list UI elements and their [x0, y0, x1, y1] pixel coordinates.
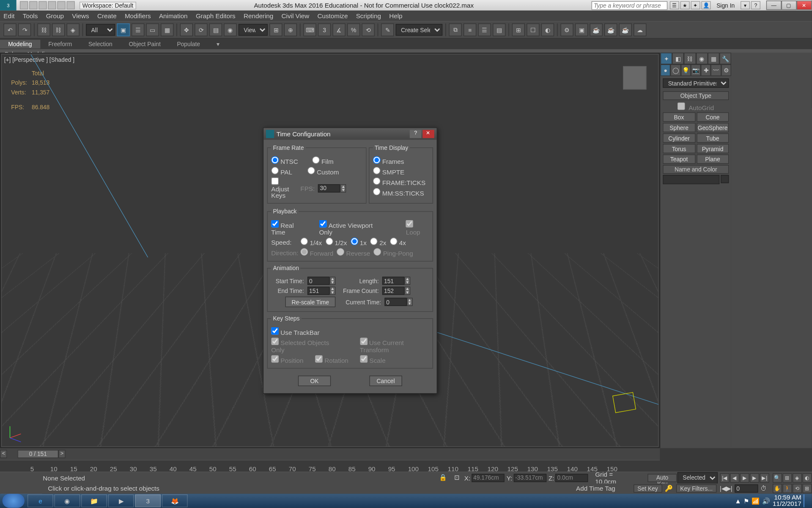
start-time-spinner[interactable]: [307, 277, 330, 285]
help-icon[interactable]: ?: [751, 1, 760, 9]
shapes-tab-icon[interactable]: ◯: [671, 64, 681, 76]
x-coord-input[interactable]: [472, 474, 504, 482]
auto-key-button[interactable]: Auto Key: [648, 474, 677, 482]
toggle-ribbon-icon[interactable]: ▤: [493, 23, 505, 36]
speed-2x-radio[interactable]: 2x: [370, 237, 386, 246]
tab-object-paint[interactable]: Object Paint: [121, 39, 169, 48]
tray-network-icon[interactable]: 📶: [752, 497, 760, 505]
view-cube[interactable]: [623, 66, 646, 89]
cameras-tab-icon[interactable]: 📷: [691, 64, 701, 76]
curve-editor-icon[interactable]: ⊞: [512, 23, 525, 36]
tray-icon[interactable]: ▲: [735, 497, 741, 505]
tab-populate[interactable]: Populate: [169, 39, 208, 48]
rescale-time-button[interactable]: Re-scale Time: [285, 297, 335, 307]
create-tab-icon[interactable]: ✦: [661, 52, 672, 64]
window-crossing-icon[interactable]: ▦: [161, 23, 173, 36]
unlink-icon[interactable]: ⛓: [52, 23, 65, 36]
pivot-icon[interactable]: ⊞: [269, 23, 282, 36]
cylinder-button[interactable]: Cylinder: [663, 133, 695, 143]
edit-selection-set-icon[interactable]: ✎: [381, 23, 394, 36]
manipulate-icon[interactable]: ⊕: [284, 23, 297, 36]
menu-civil-view[interactable]: Civil View: [282, 12, 310, 19]
length-spinner[interactable]: [382, 277, 405, 285]
pan-icon[interactable]: ✋: [773, 484, 782, 493]
menu-group[interactable]: Group: [46, 12, 64, 19]
render-prod-icon[interactable]: ☕: [604, 23, 617, 36]
menu-views[interactable]: Views: [72, 12, 89, 19]
menu-scripting[interactable]: Scripting: [356, 12, 381, 19]
named-selection-dropdown[interactable]: Create Selection Se: [396, 24, 443, 36]
qat-save-icon[interactable]: [38, 1, 47, 9]
help-search-input[interactable]: [591, 1, 667, 10]
close-button[interactable]: ✕: [797, 0, 812, 10]
menu-graph-editors[interactable]: Graph Editors: [196, 12, 236, 19]
key-filters-button[interactable]: Key Filters...: [676, 484, 717, 492]
snap-toggle-icon[interactable]: 3: [318, 23, 331, 36]
current-time-spinner[interactable]: [384, 298, 407, 306]
minimize-button[interactable]: —: [766, 0, 782, 10]
dialog-titlebar[interactable]: Time Configuration ? ✕: [263, 128, 436, 140]
display-tab-icon[interactable]: ▦: [708, 52, 719, 64]
object-color-swatch[interactable]: [721, 175, 729, 183]
speed-4x-radio[interactable]: 4x: [390, 237, 406, 246]
zoom-extents-icon[interactable]: ◈: [793, 473, 802, 482]
key-mode-icon[interactable]: 🔑: [663, 485, 675, 492]
taskbar-clock[interactable]: 10:59 AM11/2/2017: [773, 494, 801, 507]
track-bar[interactable]: 5101520253035404550556065707580859095100…: [0, 460, 660, 472]
layer-icon[interactable]: ☰: [478, 23, 491, 36]
modify-tab-icon[interactable]: ◧: [672, 52, 684, 64]
user-icon[interactable]: 👤: [701, 1, 710, 9]
geosphere-button[interactable]: GeoSphere: [697, 123, 729, 132]
taskbar-explorer-icon[interactable]: 📁: [81, 494, 107, 507]
y-coord-input[interactable]: [513, 474, 546, 482]
time-slider[interactable]: < 0 / 151 >: [0, 448, 660, 460]
menu-tools[interactable]: Tools: [23, 12, 38, 19]
film-radio[interactable]: Film: [312, 156, 334, 165]
orbit-icon[interactable]: ⟲: [793, 484, 802, 493]
ref-coord-dropdown[interactable]: View: [239, 24, 268, 36]
dialog-close-icon[interactable]: ✕: [422, 130, 434, 138]
menu-edit[interactable]: Edit: [3, 12, 14, 19]
add-time-tag[interactable]: Add Time Tag: [570, 485, 621, 492]
geometry-tab-icon[interactable]: ●: [661, 64, 671, 76]
walk-icon[interactable]: 🚶: [782, 484, 792, 493]
tube-button[interactable]: Tube: [697, 133, 729, 143]
qat-new-icon[interactable]: [20, 1, 28, 9]
select-region-icon[interactable]: ▭: [146, 23, 159, 36]
smpte-radio[interactable]: SMPTE: [373, 167, 404, 176]
motion-tab-icon[interactable]: ◉: [696, 52, 708, 64]
autogrid-checkbox[interactable]: AutoGrid: [661, 101, 731, 112]
link-icon[interactable]: ⛓: [37, 23, 50, 36]
object-name-input[interactable]: [663, 175, 719, 184]
maximize-viewport-icon[interactable]: ⊞: [802, 484, 812, 493]
placement-icon[interactable]: ◉: [224, 23, 236, 36]
play-icon[interactable]: ▶: [740, 473, 749, 482]
cancel-button[interactable]: Cancel: [369, 375, 402, 386]
select-object-icon[interactable]: ▣: [117, 23, 129, 36]
time-scrubber[interactable]: 0 / 151: [17, 450, 58, 458]
time-config-icon[interactable]: ⏱: [758, 485, 769, 492]
taskbar-media-icon[interactable]: ▶: [108, 494, 134, 507]
next-frame-icon[interactable]: ▶: [750, 473, 759, 482]
spinner-snap-icon[interactable]: ⟲: [362, 23, 374, 36]
percent-snap-icon[interactable]: %: [347, 23, 360, 36]
speed-14x-radio[interactable]: 1/4x: [300, 237, 322, 246]
material-editor-icon[interactable]: ◐: [541, 23, 554, 36]
mmssticks-radio[interactable]: MM:SS:TICKS: [373, 188, 424, 197]
frameticks-radio[interactable]: FRAME:TICKS: [373, 177, 425, 186]
menu-modifiers[interactable]: Modifiers: [125, 12, 151, 19]
frames-radio[interactable]: Frames: [373, 156, 404, 165]
angle-snap-icon[interactable]: ∡: [332, 23, 345, 36]
end-time-spinner[interactable]: [307, 287, 330, 295]
align-icon[interactable]: ≡: [464, 23, 476, 36]
qat-open-icon[interactable]: [29, 1, 37, 9]
custom-radio[interactable]: Custom: [307, 167, 339, 176]
ribbon-dropdown-icon[interactable]: ▾: [208, 39, 228, 48]
select-name-icon[interactable]: ☰: [132, 23, 144, 36]
object-type-rollout[interactable]: Object Type: [663, 91, 729, 100]
render-icon[interactable]: ☕: [590, 23, 602, 36]
sign-in-link[interactable]: Sign In: [713, 2, 738, 8]
exchange-icon[interactable]: ✦: [691, 1, 700, 9]
menu-animation[interactable]: Animation: [159, 12, 188, 19]
prev-frame-icon[interactable]: ◀: [730, 473, 739, 482]
